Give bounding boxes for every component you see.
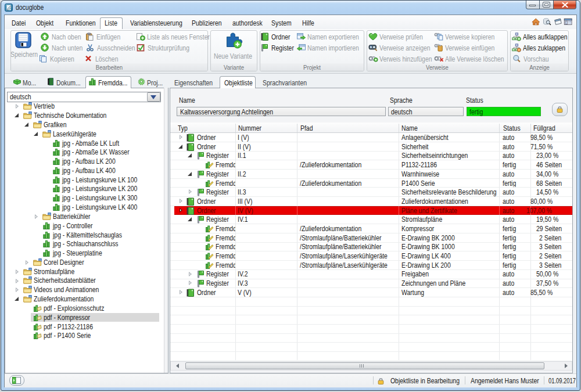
svg-text:?: ?: [370, 45, 372, 49]
